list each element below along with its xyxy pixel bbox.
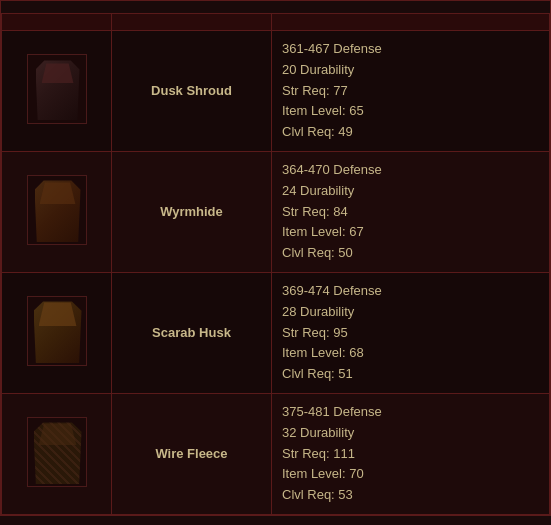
property-line: Str Req: 84 <box>282 202 543 223</box>
property-line: 375-481 Defense <box>282 402 543 423</box>
table-row: Wire Fleece375-481 Defense32 DurabilityS… <box>2 393 550 514</box>
page-container: Dusk Shroud361-467 Defense20 DurabilityS… <box>0 0 551 516</box>
table-row: Scarab Husk369-474 Defense28 DurabilityS… <box>2 272 550 393</box>
property-line: Clvl Req: 50 <box>282 243 543 264</box>
property-line: 24 Durability <box>282 181 543 202</box>
item-props-wyrmhide: 364-470 Defense24 DurabilityStr Req: 84I… <box>272 151 550 272</box>
col-header-properties <box>272 14 550 31</box>
wire-fleece-icon <box>27 417 87 487</box>
property-line: Str Req: 111 <box>282 444 543 465</box>
item-name-wyrmhide: Wyrmhide <box>112 151 272 272</box>
item-name-scarab-husk: Scarab Husk <box>112 272 272 393</box>
section-title <box>1 1 550 13</box>
items-table: Dusk Shroud361-467 Defense20 DurabilityS… <box>1 13 550 515</box>
property-line: 364-470 Defense <box>282 160 543 181</box>
property-line: Item Level: 65 <box>282 101 543 122</box>
col-header-item-name <box>112 14 272 31</box>
item-icon-cell-wire-fleece <box>2 393 112 514</box>
table-row: Wyrmhide364-470 Defense24 DurabilityStr … <box>2 151 550 272</box>
property-line: Item Level: 68 <box>282 343 543 364</box>
property-line: 361-467 Defense <box>282 39 543 60</box>
item-icon-cell-wyrmhide <box>2 151 112 272</box>
dusk-shroud-icon <box>27 54 87 124</box>
property-line: Clvl Req: 51 <box>282 364 543 385</box>
item-name-wire-fleece: Wire Fleece <box>112 393 272 514</box>
item-icon-cell-scarab-husk <box>2 272 112 393</box>
item-icon-cell-dusk-shroud <box>2 31 112 152</box>
item-props-dusk-shroud: 361-467 Defense20 DurabilityStr Req: 77I… <box>272 31 550 152</box>
property-line: Item Level: 70 <box>282 464 543 485</box>
scarab-husk-icon <box>27 296 87 366</box>
property-line: Clvl Req: 53 <box>282 485 543 506</box>
property-line: Item Level: 67 <box>282 222 543 243</box>
item-props-scarab-husk: 369-474 Defense28 DurabilityStr Req: 95I… <box>272 272 550 393</box>
property-line: Str Req: 95 <box>282 323 543 344</box>
property-line: 28 Durability <box>282 302 543 323</box>
item-name-dusk-shroud: Dusk Shroud <box>112 31 272 152</box>
item-props-wire-fleece: 375-481 Defense32 DurabilityStr Req: 111… <box>272 393 550 514</box>
property-line: Clvl Req: 49 <box>282 122 543 143</box>
property-line: 20 Durability <box>282 60 543 81</box>
property-line: 32 Durability <box>282 423 543 444</box>
wyrmhide-icon <box>27 175 87 245</box>
table-row: Dusk Shroud361-467 Defense20 DurabilityS… <box>2 31 550 152</box>
col-header-item <box>2 14 112 31</box>
property-line: Str Req: 77 <box>282 81 543 102</box>
property-line: 369-474 Defense <box>282 281 543 302</box>
